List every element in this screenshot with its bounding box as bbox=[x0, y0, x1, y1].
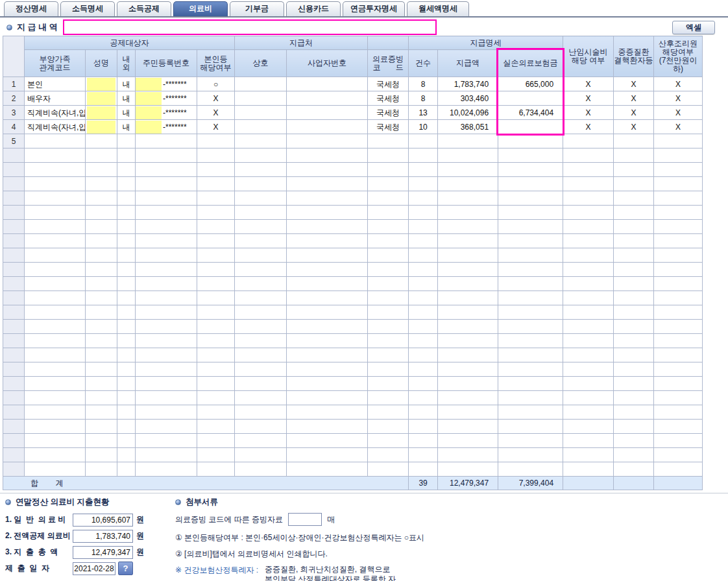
table-cell[interactable] bbox=[25, 348, 86, 362]
table-cell[interactable] bbox=[86, 334, 117, 348]
table-cell[interactable] bbox=[498, 320, 563, 334]
table-cell[interactable] bbox=[563, 177, 614, 191]
submit-date-input[interactable] bbox=[73, 562, 115, 575]
table-cell[interactable]: X bbox=[197, 91, 235, 106]
table-cell[interactable] bbox=[136, 377, 197, 391]
table-cell[interactable]: X bbox=[563, 120, 614, 134]
table-cell[interactable]: 10,024,096 bbox=[438, 106, 498, 120]
table-cell[interactable] bbox=[409, 377, 438, 391]
table-cell[interactable] bbox=[409, 220, 438, 234]
table-cell[interactable] bbox=[25, 420, 86, 434]
table-cell[interactable] bbox=[136, 248, 197, 263]
table-cell[interactable] bbox=[409, 206, 438, 220]
table-cell[interactable] bbox=[498, 91, 563, 106]
table-cell[interactable] bbox=[614, 391, 654, 405]
table-cell[interactable] bbox=[287, 448, 368, 462]
table-cell[interactable] bbox=[563, 191, 614, 206]
table-cell[interactable] bbox=[563, 163, 614, 177]
table-cell[interactable] bbox=[197, 362, 235, 377]
table-cell[interactable]: X bbox=[614, 120, 654, 134]
table-cell[interactable] bbox=[136, 220, 197, 234]
table-cell[interactable] bbox=[498, 134, 563, 148]
table-cell[interactable] bbox=[136, 420, 197, 434]
table-cell[interactable]: X bbox=[197, 106, 235, 120]
table-cell[interactable] bbox=[136, 177, 197, 191]
table-cell[interactable] bbox=[86, 434, 117, 448]
table-cell[interactable] bbox=[654, 434, 703, 448]
table-cell[interactable] bbox=[614, 263, 654, 277]
table-cell[interactable] bbox=[368, 220, 409, 234]
table-cell[interactable] bbox=[563, 148, 614, 163]
table-cell[interactable] bbox=[498, 248, 563, 263]
table-cell[interactable] bbox=[438, 305, 498, 320]
tab-3[interactable]: 의료비 bbox=[173, 1, 228, 16]
table-cell[interactable] bbox=[235, 391, 287, 405]
table-cell[interactable] bbox=[25, 220, 86, 234]
table-cell[interactable] bbox=[86, 420, 117, 434]
table-cell[interactable] bbox=[368, 420, 409, 434]
table-cell[interactable] bbox=[86, 348, 117, 362]
table-cell[interactable] bbox=[287, 334, 368, 348]
table-cell[interactable] bbox=[86, 362, 117, 377]
table-cell[interactable] bbox=[438, 391, 498, 405]
table-cell[interactable] bbox=[409, 277, 438, 291]
table-cell[interactable] bbox=[438, 334, 498, 348]
table-cell[interactable] bbox=[25, 291, 86, 305]
table-cell[interactable] bbox=[287, 434, 368, 448]
table-cell[interactable] bbox=[654, 134, 703, 148]
table-cell[interactable]: 국세청 bbox=[368, 106, 409, 120]
table-cell[interactable]: X bbox=[563, 106, 614, 120]
table-cell[interactable] bbox=[235, 448, 287, 462]
table-cell[interactable]: 내 bbox=[117, 77, 136, 91]
table-cell[interactable] bbox=[287, 391, 368, 405]
table-cell[interactable] bbox=[235, 320, 287, 334]
table-cell[interactable] bbox=[287, 206, 368, 220]
table-cell[interactable] bbox=[654, 234, 703, 248]
table-cell[interactable] bbox=[25, 134, 86, 148]
table-cell[interactable]: 국세청 bbox=[368, 91, 409, 106]
table-cell[interactable] bbox=[368, 163, 409, 177]
table-cell[interactable] bbox=[197, 163, 235, 177]
table-cell[interactable] bbox=[614, 405, 654, 420]
table-cell[interactable] bbox=[86, 277, 117, 291]
tab-4[interactable]: 기부금 bbox=[230, 1, 284, 16]
table-cell[interactable] bbox=[654, 263, 703, 277]
table-cell[interactable] bbox=[409, 234, 438, 248]
table-cell[interactable] bbox=[654, 163, 703, 177]
table-cell[interactable] bbox=[409, 305, 438, 320]
table-cell[interactable] bbox=[438, 420, 498, 434]
table-cell[interactable] bbox=[235, 305, 287, 320]
table-cell[interactable] bbox=[197, 206, 235, 220]
full-deduction-input[interactable] bbox=[73, 530, 133, 543]
table-cell[interactable]: X bbox=[654, 120, 703, 134]
table-cell[interactable]: -******* bbox=[136, 106, 197, 120]
help-button[interactable]: ? bbox=[118, 562, 133, 575]
table-cell[interactable] bbox=[136, 462, 197, 477]
table-cell[interactable] bbox=[409, 263, 438, 277]
table-cell[interactable] bbox=[654, 191, 703, 206]
table-cell[interactable] bbox=[235, 120, 287, 134]
table-cell[interactable] bbox=[614, 134, 654, 148]
table-cell[interactable] bbox=[563, 377, 614, 391]
table-cell[interactable] bbox=[197, 305, 235, 320]
table-cell[interactable] bbox=[136, 434, 197, 448]
table-cell[interactable] bbox=[136, 134, 197, 148]
table-cell[interactable] bbox=[287, 420, 368, 434]
table-cell[interactable] bbox=[287, 277, 368, 291]
table-cell[interactable] bbox=[498, 348, 563, 362]
table-cell[interactable] bbox=[117, 263, 136, 277]
table-cell[interactable] bbox=[614, 420, 654, 434]
table-cell[interactable] bbox=[136, 362, 197, 377]
table-cell[interactable] bbox=[197, 148, 235, 163]
table-cell[interactable] bbox=[287, 77, 368, 91]
table-cell[interactable] bbox=[368, 462, 409, 477]
table-cell[interactable] bbox=[287, 405, 368, 420]
table-cell[interactable] bbox=[197, 348, 235, 362]
table-cell[interactable] bbox=[654, 206, 703, 220]
table-cell[interactable] bbox=[136, 277, 197, 291]
table-cell[interactable] bbox=[563, 434, 614, 448]
table-cell[interactable] bbox=[287, 120, 368, 134]
table-cell[interactable] bbox=[287, 191, 368, 206]
table-cell[interactable] bbox=[117, 291, 136, 305]
evidence-count-input[interactable] bbox=[288, 513, 322, 526]
